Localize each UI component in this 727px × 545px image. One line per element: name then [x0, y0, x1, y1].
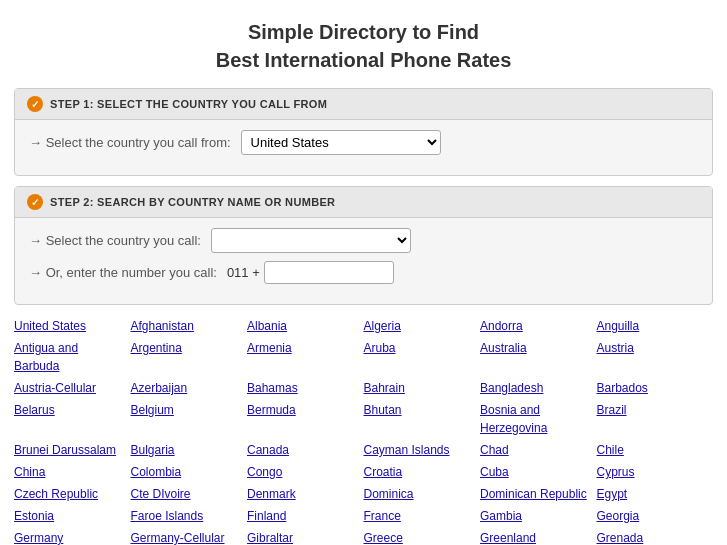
country-link[interactable]: Dominica	[364, 483, 481, 505]
country-link[interactable]: Bulgaria	[131, 439, 248, 461]
country-link[interactable]: Estonia	[14, 505, 131, 527]
phone-prefix: 011 +	[227, 265, 260, 280]
step2-number-row: Or, enter the number you call: 011 +	[29, 261, 698, 284]
country-link[interactable]: France	[364, 505, 481, 527]
country-link[interactable]: Colombia	[131, 461, 248, 483]
country-link[interactable]: United States	[14, 315, 131, 337]
country-link[interactable]: Armenia	[247, 337, 364, 377]
country-link[interactable]: Bahamas	[247, 377, 364, 399]
country-link[interactable]: Austria-Cellular	[14, 377, 131, 399]
step2-icon: ✓	[27, 194, 43, 210]
country-link[interactable]: Cuba	[480, 461, 597, 483]
country-link[interactable]: Grenada	[597, 527, 714, 545]
country-link[interactable]: China	[14, 461, 131, 483]
country-link[interactable]: Belarus	[14, 399, 131, 439]
step2-header: ✓ STEP 2: SEARCH BY COUNTRY NAME OR NUMB…	[15, 187, 712, 218]
country-link[interactable]: Argentina	[131, 337, 248, 377]
country-link[interactable]: Andorra	[480, 315, 597, 337]
country-link[interactable]: Denmark	[247, 483, 364, 505]
country-link[interactable]: Egypt	[597, 483, 714, 505]
country-link[interactable]: Finland	[247, 505, 364, 527]
country-link[interactable]: Gibraltar	[247, 527, 364, 545]
country-link[interactable]: Algeria	[364, 315, 481, 337]
country-link[interactable]: Brazil	[597, 399, 714, 439]
country-link[interactable]: Greenland	[480, 527, 597, 545]
country-link[interactable]: Austria	[597, 337, 714, 377]
country-link[interactable]: Barbados	[597, 377, 714, 399]
country-link[interactable]: Bermuda	[247, 399, 364, 439]
country-link[interactable]: Bangladesh	[480, 377, 597, 399]
country-link[interactable]: Canada	[247, 439, 364, 461]
country-link[interactable]: Antigua and Barbuda	[14, 337, 131, 377]
country-link[interactable]: Germany-Cellular	[131, 527, 248, 545]
country-link[interactable]: Georgia	[597, 505, 714, 527]
country-link[interactable]: Cte DIvoire	[131, 483, 248, 505]
step1-body: Select the country you call from: United…	[15, 120, 712, 175]
country-link[interactable]: Bosnia and Herzegovina	[480, 399, 597, 439]
country-link[interactable]: Chile	[597, 439, 714, 461]
step2-section: ✓ STEP 2: SEARCH BY COUNTRY NAME OR NUMB…	[14, 186, 713, 305]
from-country-select[interactable]: United States Canada United Kingdom Aust…	[241, 130, 441, 155]
step2-country-label: Select the country you call:	[29, 233, 201, 248]
country-link[interactable]: Albania	[247, 315, 364, 337]
step1-row: Select the country you call from: United…	[29, 130, 698, 155]
step2-country-row: Select the country you call:	[29, 228, 698, 253]
country-link[interactable]: Cyprus	[597, 461, 714, 483]
to-country-select[interactable]	[211, 228, 411, 253]
step1-label: Select the country you call from:	[29, 135, 231, 150]
step2-body: Select the country you call: Or, enter t…	[15, 218, 712, 304]
country-link[interactable]: Chad	[480, 439, 597, 461]
step1-section: ✓ STEP 1: SELECT THE COUNTRY YOU CALL FR…	[14, 88, 713, 176]
country-link[interactable]: Bhutan	[364, 399, 481, 439]
country-link[interactable]: Cayman Islands	[364, 439, 481, 461]
page-title: Simple Directory to Find Best Internatio…	[0, 0, 727, 88]
step1-icon: ✓	[27, 96, 43, 112]
country-link[interactable]: Croatia	[364, 461, 481, 483]
step1-header: ✓ STEP 1: SELECT THE COUNTRY YOU CALL FR…	[15, 89, 712, 120]
country-link[interactable]: Greece	[364, 527, 481, 545]
country-link[interactable]: Faroe Islands	[131, 505, 248, 527]
country-link[interactable]: Bahrain	[364, 377, 481, 399]
country-link[interactable]: Germany	[14, 527, 131, 545]
country-link[interactable]: Australia	[480, 337, 597, 377]
country-link[interactable]: Gambia	[480, 505, 597, 527]
country-link[interactable]: Aruba	[364, 337, 481, 377]
country-link[interactable]: Dominican Republic	[480, 483, 597, 505]
countries-section: United StatesAfghanistanAlbaniaAlgeriaAn…	[14, 315, 713, 545]
country-link[interactable]: Azerbaijan	[131, 377, 248, 399]
country-link[interactable]: Belgium	[131, 399, 248, 439]
country-link[interactable]: Anguilla	[597, 315, 714, 337]
countries-grid: United StatesAfghanistanAlbaniaAlgeriaAn…	[14, 315, 713, 545]
phone-number-input[interactable]	[264, 261, 394, 284]
country-link[interactable]: Afghanistan	[131, 315, 248, 337]
country-link[interactable]: Congo	[247, 461, 364, 483]
country-link[interactable]: Czech Republic	[14, 483, 131, 505]
country-link[interactable]: Brunei Darussalam	[14, 439, 131, 461]
step2-number-label: Or, enter the number you call:	[29, 265, 217, 280]
